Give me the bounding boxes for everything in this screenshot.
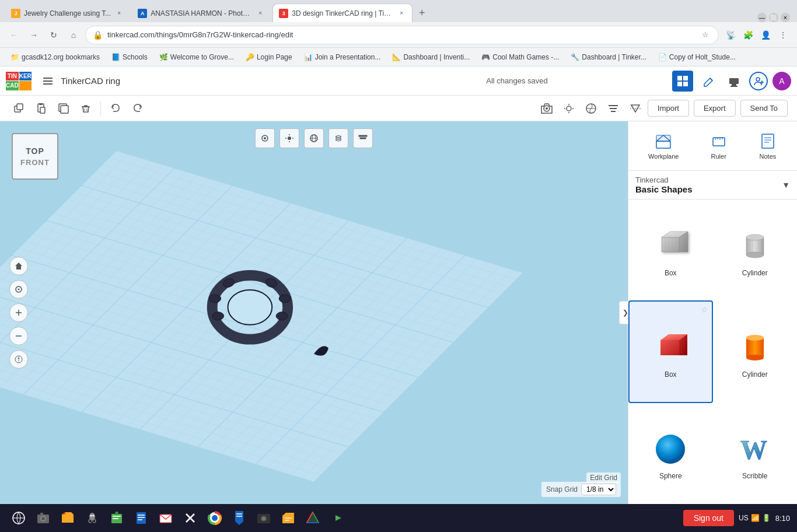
view-cube[interactable]: TOP FRONT (12, 133, 64, 186)
home-view-button[interactable] (9, 257, 28, 275)
tinkercad-logo[interactable]: TIN KER CAD (6, 70, 35, 92)
taskbar-status: US 📶 🔋 (739, 514, 771, 522)
taskbar-gmail-app[interactable] (154, 506, 177, 530)
extensions-icon[interactable]: 🧩 (740, 27, 756, 43)
bookmark-grove[interactable]: 🌿 Welcome to Grove... (155, 50, 239, 64)
snap-grid-select[interactable]: 1/8 in 1/4 in 1 mm (581, 484, 616, 495)
profile-icon[interactable]: 👤 (757, 27, 774, 43)
new-tab-button[interactable]: + (414, 5, 430, 21)
bookmark-gcasdk[interactable]: 📁 gcasdk12.org bookmarks (6, 50, 104, 64)
shape-box-red[interactable]: ☆ (628, 300, 713, 402)
tab1-close[interactable]: × (114, 9, 124, 18)
taskbar-files-app[interactable] (56, 506, 79, 530)
undo-button[interactable] (106, 99, 125, 118)
cast-icon[interactable]: 📡 (722, 27, 739, 43)
refresh-button[interactable]: ↻ (46, 27, 62, 43)
user-avatar[interactable]: A (772, 72, 791, 90)
bookmark-coolmath-label: Cool Math Games -... (492, 53, 559, 61)
flip-button[interactable] (625, 99, 645, 118)
forward-button[interactable]: → (26, 27, 42, 43)
viewport[interactable]: TOP FRONT (0, 121, 628, 504)
grid-view-button[interactable] (672, 71, 693, 92)
light-button[interactable] (559, 99, 579, 118)
send-to-button[interactable]: Send To (740, 100, 788, 117)
shape-box-gray[interactable]: Box (628, 200, 713, 300)
dark-mode-button[interactable] (723, 71, 744, 92)
tab-1[interactable]: J Jewelry Challenge using T... × (5, 4, 130, 22)
window-minimize[interactable]: — (757, 13, 767, 22)
edit-view-button[interactable] (698, 71, 719, 92)
compass-button[interactable] (9, 350, 28, 369)
shape-cylinder-orange[interactable]: Cylinder (713, 300, 798, 402)
back-button[interactable]: ← (6, 27, 22, 43)
tab-3[interactable]: 3 3D design TinkerCAD ring | Tink... × (272, 4, 413, 22)
taskbar-camera2-app[interactable] (252, 506, 275, 530)
window-restore[interactable]: ⬜ (769, 13, 778, 22)
window-close[interactable]: × (781, 13, 790, 22)
bookmark-coolmath[interactable]: 🎮 Cool Math Games -... (477, 50, 564, 64)
add-user-button[interactable] (749, 72, 768, 90)
workplane-tool[interactable]: Workplane (641, 128, 686, 163)
camera-button[interactable] (537, 99, 557, 118)
import-button[interactable]: Import (648, 100, 689, 117)
bookmark-dashboard-tinker[interactable]: 🔧 Dashboard | Tinker... (566, 50, 651, 64)
logo-tin: TIN (6, 72, 19, 81)
align-ctrl-button[interactable] (353, 128, 373, 148)
taskbar-drive-app[interactable] (301, 506, 324, 530)
sphere-ctrl-button[interactable] (304, 128, 324, 148)
export-button[interactable]: Export (694, 100, 736, 117)
tab-2[interactable]: A ANASTASIA HARMON - Photo D... × (131, 4, 271, 22)
address-box[interactable]: 🔒 tinkercad.com/things/0mrG8n7rG2W-tinke… (85, 26, 719, 44)
fit-view-button[interactable] (9, 280, 28, 299)
sign-out-button[interactable]: Sign out (683, 510, 734, 526)
home-button[interactable]: ⌂ (65, 27, 82, 43)
taskbar-pearson-app[interactable] (130, 506, 153, 530)
taskbar-chrome-app[interactable] (203, 506, 226, 530)
tinkercad-header: TIN KER CAD TinkerCAD ring All changes s… (0, 66, 797, 96)
svg-rect-6 (683, 82, 688, 86)
delete-button[interactable] (76, 99, 96, 118)
bookmark-star-icon[interactable]: ☆ (700, 29, 711, 41)
notes-label: Notes (760, 153, 777, 160)
tab2-close[interactable]: × (256, 9, 265, 18)
library-name: Basic Shapes (635, 184, 693, 194)
zoom-out-button[interactable] (9, 327, 28, 345)
bookmark-schools[interactable]: 📘 Schools (107, 50, 152, 64)
taskbar-os-logo[interactable] (7, 506, 30, 530)
cube-face[interactable]: TOP FRONT (12, 133, 58, 180)
bookmark-login[interactable]: 🔑 Login Page (241, 50, 297, 64)
shape-sphere[interactable]: Sphere (628, 403, 713, 504)
taskbar-education-app[interactable] (105, 506, 128, 530)
ruler-tool[interactable]: Ruler (702, 128, 735, 163)
duplicate-button[interactable] (9, 99, 29, 118)
menu-icon[interactable]: ⋮ (775, 27, 791, 43)
taskbar-play-app[interactable] (326, 506, 349, 530)
app-title: TinkerCAD ring (61, 76, 362, 86)
notes-tool[interactable]: Notes (751, 128, 784, 163)
bookmark-dashboard-invent[interactable]: 📐 Dashboard | Inventi... (387, 50, 474, 64)
browser-frame: J Jewelry Challenge using T... × A ANAST… (0, 0, 797, 532)
taskbar-files2-app[interactable] (277, 506, 300, 530)
taskbar-camera-app[interactable] (32, 506, 55, 530)
bookmark-presentation[interactable]: 📊 Join a Presentation... (299, 50, 386, 64)
tab3-close[interactable]: × (397, 9, 406, 18)
hamburger-menu-icon[interactable] (40, 73, 56, 89)
copy-button[interactable] (54, 99, 74, 118)
shape-cylinder-gray[interactable]: Cylinder (713, 200, 798, 300)
library-dropdown-arrow[interactable]: ▼ (782, 180, 790, 190)
taskbar-docs-app[interactable] (228, 506, 251, 530)
bookmark-holt[interactable]: 📄 Copy of Holt_Stude... (653, 50, 740, 64)
paste-button[interactable] (32, 99, 51, 118)
shape-box-red-star[interactable]: ☆ (701, 305, 708, 314)
light-ctrl-button[interactable] (279, 128, 299, 148)
taskbar-x-app[interactable] (179, 506, 202, 530)
layers-ctrl-button[interactable] (328, 128, 348, 148)
zoom-in-button[interactable] (9, 303, 28, 322)
redo-button[interactable] (128, 99, 148, 118)
shape-button[interactable] (581, 99, 601, 118)
shape-scribble[interactable]: W Scribble (713, 403, 798, 504)
align-button[interactable] (603, 99, 623, 118)
taskbar-linux-app[interactable] (81, 506, 104, 530)
view-cam-button[interactable] (255, 128, 275, 148)
svg-rect-2 (43, 83, 53, 85)
